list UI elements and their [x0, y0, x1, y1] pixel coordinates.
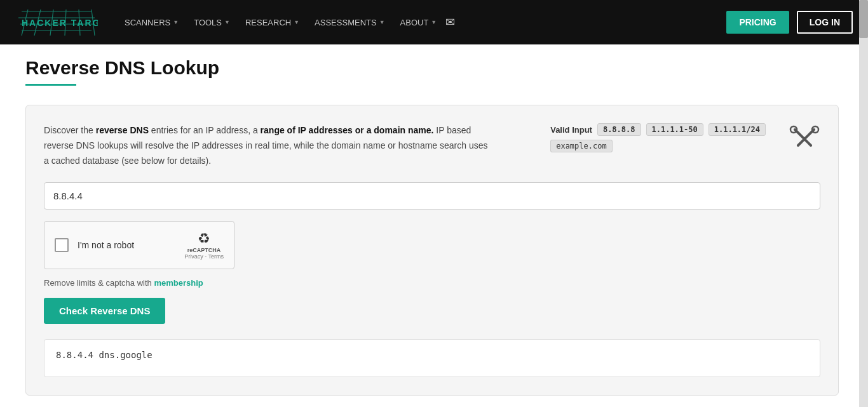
- membership-note: Remove limits & captcha with membership: [44, 278, 820, 288]
- svg-line-13: [798, 130, 814, 145]
- assessments-arrow-icon: ▼: [379, 19, 385, 25]
- captcha-links: Privacy - Terms: [184, 253, 224, 260]
- badge-cidr: 1.1.1.1/24: [709, 123, 766, 136]
- card-top: Discover the reverse DNS entries for an …: [44, 123, 820, 168]
- pricing-button[interactable]: PRICING: [726, 11, 789, 34]
- nav-links: SCANNERS ▼ TOOLS ▼ RESEARCH ▼ ASSESSMENT…: [118, 13, 455, 32]
- scanners-arrow-icon: ▼: [173, 19, 179, 25]
- scrollbar-thumb[interactable]: [859, 0, 868, 38]
- result-text: 8.8.4.4 dns.google: [56, 350, 153, 360]
- title-underline: [25, 84, 76, 86]
- check-reverse-dns-button[interactable]: Check Reverse DNS: [44, 298, 165, 324]
- tools-arrow-icon: ▼: [224, 19, 230, 25]
- about-arrow-icon: ▼: [431, 19, 437, 25]
- captcha-checkbox[interactable]: [55, 238, 69, 252]
- nav-right: PRICING LOG IN: [726, 11, 853, 34]
- result-box: 8.8.4.4 dns.google: [44, 339, 820, 377]
- research-arrow-icon: ▼: [294, 19, 299, 25]
- nav-research[interactable]: RESEARCH ▼: [239, 13, 306, 32]
- page-content: Reverse DNS Lookup Discover the reverse …: [0, 44, 868, 407]
- nav-tools[interactable]: TOOLS ▼: [187, 13, 236, 32]
- badge-ip1: 8.8.8.8: [597, 123, 641, 136]
- tools-icon: [789, 123, 820, 161]
- captcha-brand-label: reCAPTCHA: [187, 247, 221, 253]
- dns-lookup-input[interactable]: [44, 182, 820, 210]
- badge-domain: example.com: [550, 140, 612, 152]
- email-icon[interactable]: ✉: [445, 15, 455, 29]
- captcha-widget: I'm not a robot ♻ reCAPTCHA Privacy - Te…: [44, 221, 234, 269]
- valid-input-label: Valid Input 8.8.8.8 1.1.1.1-50 1.1.1.1/2…: [550, 123, 766, 136]
- captcha-label: I'm not a robot: [78, 240, 175, 250]
- card-description: Discover the reverse DNS entries for an …: [44, 123, 489, 168]
- valid-input-section: Valid Input 8.8.8.8 1.1.1.1-50 1.1.1.1/2…: [550, 123, 766, 151]
- nav-assessments[interactable]: ASSESSMENTS ▼: [308, 13, 391, 32]
- recaptcha-logo-icon: ♻: [198, 230, 210, 247]
- login-button[interactable]: LOG IN: [797, 11, 853, 34]
- nav-about[interactable]: ABOUT ▼: [394, 13, 444, 32]
- navbar: HACKER TARGET SCANNERS ▼ TOOLS ▼ RESEARC…: [0, 0, 868, 44]
- nav-scanners[interactable]: SCANNERS ▼: [118, 13, 185, 32]
- captcha-branding: ♻ reCAPTCHA Privacy - Terms: [184, 230, 224, 260]
- membership-link[interactable]: membership: [154, 278, 203, 288]
- svg-text:HACKER TARGET: HACKER TARGET: [22, 18, 98, 28]
- logo[interactable]: HACKER TARGET: [15, 8, 98, 37]
- page-title: Reverse DNS Lookup: [25, 57, 843, 79]
- main-card: Discover the reverse DNS entries for an …: [25, 105, 839, 396]
- scrollbar-track[interactable]: [859, 0, 868, 407]
- nav-left: HACKER TARGET SCANNERS ▼ TOOLS ▼ RESEARC…: [15, 8, 455, 37]
- badge-range: 1.1.1.1-50: [646, 123, 703, 136]
- svg-line-11: [795, 130, 811, 145]
